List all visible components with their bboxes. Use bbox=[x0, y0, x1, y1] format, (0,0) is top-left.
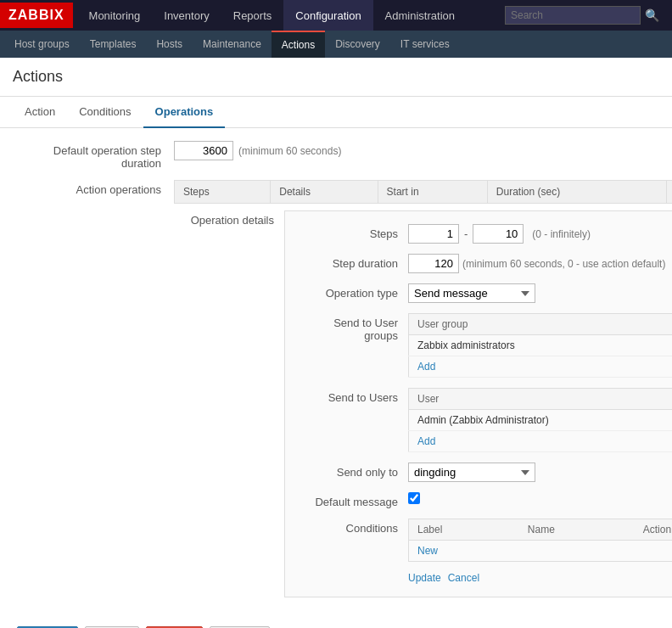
steps-hint: (0 - infinitely) bbox=[532, 228, 591, 240]
conditions-label: Conditions bbox=[298, 519, 408, 535]
steps-from-input[interactable] bbox=[408, 224, 459, 244]
send-only-to-select[interactable]: dingding Email SMS bbox=[408, 463, 535, 482]
default-step-duration-hint: (minimum 60 seconds) bbox=[238, 145, 341, 157]
default-message-checkbox[interactable] bbox=[408, 492, 420, 504]
action-operations-label: Action operations bbox=[17, 180, 174, 196]
conditions-new-row: New bbox=[409, 541, 673, 562]
users-col-action: Action bbox=[660, 389, 672, 410]
default-step-duration-label: Default operation step duration bbox=[17, 141, 174, 170]
page-title: Actions bbox=[0, 58, 672, 97]
inline-update-link[interactable]: Update bbox=[408, 572, 441, 584]
user-groups-table: User group Action Zabbix administrators bbox=[408, 313, 672, 378]
ops-col-duration: Duration (sec) bbox=[487, 181, 666, 204]
table-row: Zabbix administrators Remove bbox=[409, 335, 673, 356]
cond-col-name: Name bbox=[519, 519, 635, 541]
ops-col-steps: Steps bbox=[175, 181, 271, 204]
user-groups-add-row: Add bbox=[409, 356, 673, 378]
step-duration-label: Step duration bbox=[298, 254, 408, 270]
subnav-templates[interactable]: Templates bbox=[80, 31, 147, 58]
ops-col-details: Details bbox=[271, 181, 378, 204]
subnav-maintenance[interactable]: Maintenance bbox=[193, 31, 272, 58]
users-add-row: Add bbox=[409, 431, 673, 452]
send-to-users-label: Send to Users bbox=[298, 388, 408, 404]
step-duration-hint: (minimum 60 seconds, 0 - use action defa… bbox=[462, 258, 665, 270]
steps-dash: - bbox=[464, 227, 468, 240]
cond-col-action: Action bbox=[635, 519, 672, 541]
conditions-new-link[interactable]: New bbox=[417, 545, 438, 557]
operation-details-box: Steps - (0 - infinitely) bbox=[284, 210, 672, 597]
users-col-user: User bbox=[409, 389, 661, 410]
default-step-duration-input[interactable] bbox=[174, 141, 233, 160]
ops-col-action: Action bbox=[666, 181, 672, 204]
cond-col-label: Label bbox=[409, 519, 519, 541]
tab-action[interactable]: Action bbox=[13, 97, 67, 128]
operation-type-label: Operation type bbox=[298, 283, 408, 300]
tab-operations[interactable]: Operations bbox=[143, 97, 226, 128]
step-duration-input[interactable] bbox=[408, 254, 459, 273]
tab-conditions[interactable]: Conditions bbox=[67, 97, 143, 128]
steps-to-input[interactable] bbox=[473, 224, 524, 244]
steps-label: Steps bbox=[298, 224, 408, 240]
nav-inventory[interactable]: Inventory bbox=[152, 0, 221, 31]
app-logo[interactable]: ZABBIX bbox=[0, 3, 73, 28]
subnav-it-services[interactable]: IT services bbox=[390, 31, 460, 58]
subnav-host-groups[interactable]: Host groups bbox=[4, 31, 80, 58]
operation-type-select[interactable]: Send message Remote command bbox=[408, 283, 535, 303]
ops-col-start-in: Start in bbox=[378, 181, 487, 204]
action-operations-table: Steps Details Start in Duration (sec) Ac… bbox=[174, 180, 672, 204]
user-group-remove-cell: Remove bbox=[641, 335, 672, 356]
subnav-actions[interactable]: Actions bbox=[272, 31, 325, 58]
subnav-hosts[interactable]: Hosts bbox=[146, 31, 193, 58]
table-row: Admin (Zabbix Administrator) Remove bbox=[409, 410, 673, 431]
users-table: User Action Admin (Zabbix Administrator) bbox=[408, 388, 672, 452]
user-name: Admin (Zabbix Administrator) bbox=[409, 410, 661, 431]
send-only-to-label: Send only to bbox=[298, 463, 408, 479]
default-message-label: Default message bbox=[298, 492, 408, 508]
search-input[interactable] bbox=[505, 6, 641, 25]
user-remove-cell: Remove bbox=[660, 410, 672, 431]
subnav-discovery[interactable]: Discovery bbox=[325, 31, 390, 58]
ug-col-group: User group bbox=[409, 314, 642, 335]
operation-details-label: Operation details bbox=[174, 210, 284, 227]
user-group-name: Zabbix administrators bbox=[409, 335, 642, 356]
nav-monitoring[interactable]: Monitoring bbox=[77, 0, 153, 31]
user-groups-add-link[interactable]: Add bbox=[417, 361, 435, 373]
nav-administration[interactable]: Administration bbox=[373, 0, 467, 31]
nav-reports[interactable]: Reports bbox=[221, 0, 284, 31]
ug-col-action: Action bbox=[641, 314, 672, 335]
users-add-link[interactable]: Add bbox=[417, 435, 435, 447]
search-button[interactable]: 🔍 bbox=[641, 6, 664, 25]
conditions-table: Label Name Action bbox=[408, 519, 672, 562]
nav-configuration[interactable]: Configuration bbox=[283, 0, 372, 31]
inline-cancel-link[interactable]: Cancel bbox=[448, 572, 479, 584]
send-to-user-groups-label: Send to User groups bbox=[298, 313, 408, 342]
